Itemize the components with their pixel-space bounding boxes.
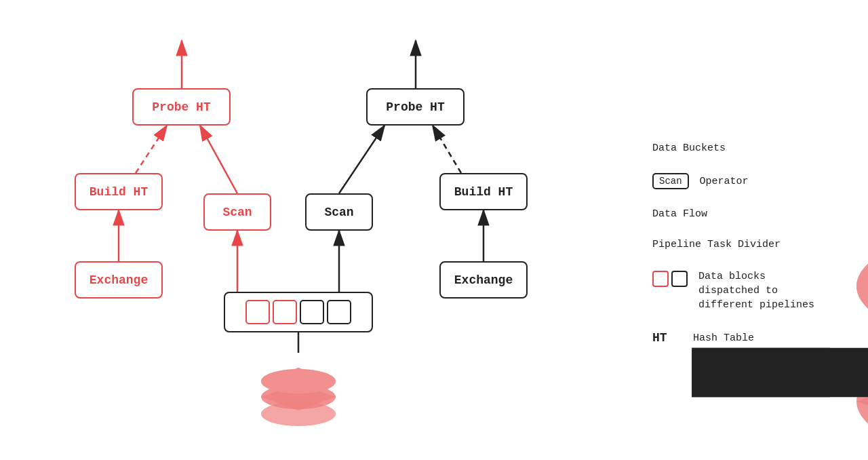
legend-pipeline-divider: Pipeline Task Divider [652,239,827,250]
data-block-black-1 [300,300,324,324]
left-probe-ht-node: Probe HT [132,88,231,126]
diagram-container: Probe HT Build HT Scan Exchange Probe HT… [0,0,868,460]
data-blocks-row [224,292,373,332]
data-block-black-2 [327,300,351,324]
data-buckets-svg [244,346,353,427]
svg-line-4 [136,126,167,173]
legend: Data Buckets Scan Operator Data Flow Pip… [652,142,827,345]
svg-line-5 [200,126,237,193]
right-build-ht-node: Build HT [439,173,528,210]
right-scan-node: Scan [305,193,373,231]
left-exchange-node: Exchange [75,261,163,299]
svg-point-19 [261,369,336,394]
right-exchange-node: Exchange [439,261,528,299]
svg-line-10 [433,126,461,173]
svg-line-9 [339,126,384,193]
data-block-red-1 [245,300,270,324]
legend-pipeline-icon [652,142,868,460]
right-probe-ht-node: Probe HT [366,88,465,126]
left-build-ht-node: Build HT [75,173,163,210]
data-block-red-2 [273,300,297,324]
left-scan-node: Scan [203,193,271,231]
